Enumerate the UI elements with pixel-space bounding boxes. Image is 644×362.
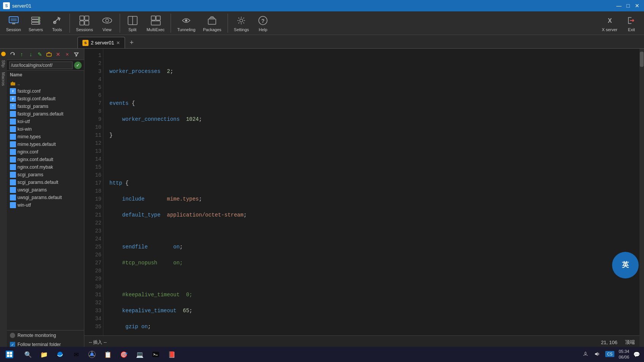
list-item[interactable]: uwsgi_params.default xyxy=(7,194,84,201)
taskbar-app6[interactable]: 📋 xyxy=(100,348,116,361)
list-item[interactable]: win-utf xyxy=(7,201,84,209)
volume-icon[interactable] xyxy=(593,351,601,358)
sb-delete-btn[interactable]: ✕ xyxy=(54,50,62,58)
list-item[interactable]: fastcgi_params.default xyxy=(7,110,84,118)
path-confirm-button[interactable]: ✓ xyxy=(74,62,82,69)
code-line-13: sendfile on; xyxy=(109,243,633,251)
file-name: koi-utf xyxy=(17,119,30,124)
follow-terminal-checkbox[interactable]: ✓ xyxy=(10,342,15,347)
svg-rect-1 xyxy=(11,18,17,21)
toolbar-multiexec[interactable]: MultiExec xyxy=(144,13,168,33)
list-item[interactable]: mime.types xyxy=(7,133,84,141)
svg-point-14 xyxy=(103,18,112,23)
title-bar-controls[interactable]: — □ ✕ xyxy=(615,2,641,9)
notification-icon[interactable]: 💬 xyxy=(632,351,641,357)
taskbar-edge[interactable] xyxy=(52,348,68,361)
svg-rect-28 xyxy=(47,53,51,56)
list-item[interactable]: scgi_params.default xyxy=(7,179,84,186)
list-item[interactable]: nginx.conf.mybak xyxy=(7,163,84,171)
taskbar-pdf[interactable]: 📕 xyxy=(164,348,179,361)
minimize-button[interactable]: — xyxy=(615,2,623,9)
list-item[interactable]: .. xyxy=(7,80,84,87)
list-item[interactable]: fastcgi_params xyxy=(7,103,84,110)
tunneling-label: Tunneling xyxy=(177,27,195,32)
toolbar-view[interactable]: View xyxy=(98,13,117,33)
taskbar-explorer[interactable]: 📁 xyxy=(36,348,52,361)
sidebar-toolbar: ↑ ↓ ✎ ✕ × xyxy=(7,49,84,60)
file-name: nginx.conf.default xyxy=(17,157,53,162)
remote-monitoring[interactable]: Remote monitoring xyxy=(7,330,84,340)
close-button[interactable]: ✕ xyxy=(633,2,641,9)
tab-add-button[interactable]: + xyxy=(126,37,137,48)
list-item[interactable]: fastcgi.conf.default xyxy=(7,95,84,103)
file-icon xyxy=(10,187,16,193)
toolbar-packages[interactable]: Packages xyxy=(200,13,224,33)
list-item[interactable]: koi-utf xyxy=(7,118,84,125)
side-label-sftp[interactable]: Sftp xyxy=(0,58,6,70)
list-item[interactable]: scgi_params xyxy=(7,171,84,179)
taskbar-chrome[interactable] xyxy=(84,348,100,361)
taskbar-search[interactable]: 🔍 xyxy=(21,348,36,361)
toolbar-sessions[interactable]: Sessions xyxy=(73,13,96,33)
svg-rect-48 xyxy=(11,173,14,177)
start-button[interactable] xyxy=(0,347,19,362)
sb-filter-btn[interactable] xyxy=(72,50,81,58)
toolbar-settings[interactable]: Settings xyxy=(231,13,252,33)
toolbar-split[interactable]: Split xyxy=(123,13,142,33)
sb-edit-btn[interactable]: ✎ xyxy=(36,50,44,58)
svg-rect-2 xyxy=(12,23,15,24)
list-item[interactable]: nginx.conf xyxy=(7,148,84,156)
folder-up-icon xyxy=(10,81,16,87)
scrollbar-thumb[interactable] xyxy=(640,52,644,67)
toolbar-exit[interactable]: Exit xyxy=(622,13,641,33)
list-item[interactable]: fastcgi.conf xyxy=(7,87,84,95)
close-tab-icon[interactable]: ✕ xyxy=(116,40,120,46)
sessions-icon xyxy=(78,14,90,27)
windows-grid-icon xyxy=(7,352,12,357)
toolbar-servers[interactable]: Servers xyxy=(25,13,46,33)
side-label-macros[interactable]: Macros xyxy=(0,70,6,88)
svg-rect-20 xyxy=(151,21,160,25)
network-icon[interactable] xyxy=(581,351,590,358)
tab-server01[interactable]: S 2 server01 ✕ xyxy=(78,37,125,48)
taskbar-mail[interactable]: ✉ xyxy=(68,348,84,361)
maximize-button[interactable]: □ xyxy=(624,2,632,9)
toolbar-tunneling[interactable]: Tunneling xyxy=(174,13,198,33)
sb-up-btn[interactable]: ↑ xyxy=(17,50,26,58)
sb-refresh-btn[interactable] xyxy=(8,50,17,58)
toolbar-session[interactable]: Session xyxy=(3,13,24,33)
list-item[interactable]: koi-win xyxy=(7,125,84,133)
title-bar-left: S server01 xyxy=(3,2,32,9)
svg-rect-52 xyxy=(11,203,14,207)
list-item[interactable]: uwsgi_params xyxy=(7,186,84,194)
code-line-2: worker_processes 2; xyxy=(109,68,633,76)
sb-down-btn[interactable]: ↓ xyxy=(27,50,35,58)
scrollbar-right[interactable] xyxy=(639,49,644,349)
list-item[interactable]: mime.types.default xyxy=(7,141,84,148)
editor-content[interactable]: 1 2 3 4 5 6 7 8 9 10 11 12 13 14 15 16 1… xyxy=(84,49,639,335)
taskbar-cmd[interactable] xyxy=(148,348,163,361)
app7-icon: 🎯 xyxy=(119,350,128,359)
toolbar-tools[interactable]: Tools xyxy=(47,13,66,33)
sb-folder-btn[interactable] xyxy=(45,50,53,58)
file-name: fastcgi_params.default xyxy=(17,111,63,117)
toolbar-xserver[interactable]: X X server xyxy=(599,13,620,33)
taskbar-app7[interactable]: 🎯 xyxy=(116,348,131,361)
file-icon xyxy=(10,149,16,155)
svg-rect-43 xyxy=(11,135,14,139)
chrome-icon xyxy=(87,350,97,359)
path-input[interactable] xyxy=(9,62,73,69)
code-line-11: default_type application/octet-stream; xyxy=(109,211,633,219)
toolbar-help[interactable]: ? Help xyxy=(253,13,272,33)
list-item[interactable]: nginx.conf.default xyxy=(7,156,84,163)
svg-point-6 xyxy=(38,17,40,19)
status-left: -- 插入 -- xyxy=(89,339,107,346)
toolbar-separator-1 xyxy=(70,14,70,33)
file-icon xyxy=(10,103,16,109)
language-icon[interactable]: CS xyxy=(604,351,616,358)
sb-close-btn[interactable]: × xyxy=(63,50,71,58)
taskbar-right: CS 05:34 06/06 💬 xyxy=(581,347,644,362)
packages-icon xyxy=(206,14,218,27)
code-editor[interactable]: worker_processes 2; events { worker_conn… xyxy=(103,49,639,335)
taskbar-terminal[interactable]: 💻 xyxy=(132,348,147,361)
